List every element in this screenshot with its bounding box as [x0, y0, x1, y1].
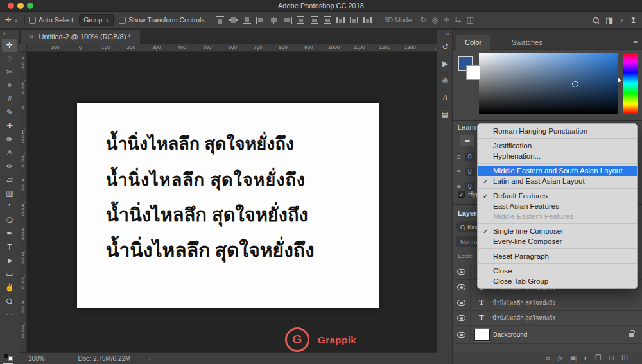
- align-vertical-centers-icon[interactable]: [229, 16, 238, 24]
- menu-item-hyphenation[interactable]: ✓ Hyphenation...: [478, 151, 637, 161]
- hand-tool[interactable]: ✌: [2, 281, 17, 295]
- menu-item-middle-eastern-south-asian-layout[interactable]: ✓ Middle Eastern and South Asian Layout: [478, 166, 637, 176]
- layer-mask-icon[interactable]: ▣: [570, 354, 577, 362]
- menu-item-roman-hanging-punctuation[interactable]: ✓ Roman Hanging Punctuation: [478, 126, 637, 136]
- indent-right-field[interactable]: ≡ 0: [457, 168, 475, 176]
- move-tool[interactable]: ✛: [2, 39, 17, 52]
- pen-tool[interactable]: ✒: [2, 227, 17, 241]
- gradient-tool[interactable]: ▥: [2, 187, 17, 200]
- clone-source-panel-icon[interactable]: ⊛: [437, 72, 453, 89]
- new-group-icon[interactable]: ❒: [595, 354, 602, 362]
- status-chevron-icon[interactable]: ›: [148, 355, 150, 362]
- tab-swatches[interactable]: Swatches: [503, 35, 551, 50]
- default-colors-icon[interactable]: [4, 354, 13, 361]
- delete-layer-icon[interactable]: Ш: [621, 354, 628, 361]
- auto-select-checkbox[interactable]: [29, 17, 36, 24]
- 3d-slide-icon[interactable]: ⇆: [455, 15, 462, 24]
- layer-row[interactable]: T Background: [453, 326, 642, 344]
- shape-tool[interactable]: ▭: [2, 268, 17, 281]
- eraser-tool[interactable]: ▱: [2, 173, 17, 187]
- 3d-roll-icon[interactable]: ◎: [431, 15, 438, 24]
- toolbar-collapse-icon[interactable]: »: [3, 30, 6, 37]
- menu-item-east-asian-features[interactable]: ✓ East Asian Features: [478, 201, 637, 211]
- search-icon[interactable]: Ϙ: [590, 14, 601, 26]
- hue-slider[interactable]: [623, 53, 638, 114]
- new-layer-icon[interactable]: ⊡: [609, 354, 614, 362]
- adjustment-layer-icon[interactable]: ◐: [584, 354, 588, 361]
- link-layers-icon[interactable]: ∞: [546, 354, 551, 361]
- window-maximize-button[interactable]: [27, 3, 33, 9]
- visibility-toggle[interactable]: [453, 326, 471, 343]
- menu-item-latin-east-asian-layout[interactable]: ✓ Latin and East Asian Layout: [478, 176, 637, 186]
- edit-toolbar-ellipsis[interactable]: ⋯: [2, 308, 17, 322]
- align-top-edges-icon[interactable]: [215, 16, 225, 24]
- menu-item-close-tab-group[interactable]: ✓ Close Tab Group: [478, 276, 637, 286]
- distribute-left-edges-icon[interactable]: [336, 16, 346, 24]
- align-bottom-edges-icon[interactable]: [242, 16, 252, 24]
- background-color-swatch[interactable]: [466, 65, 480, 80]
- align-horizontal-centers-icon[interactable]: [269, 16, 279, 24]
- saturation-brightness-field[interactable]: [479, 53, 618, 114]
- actions-panel-icon[interactable]: ▶: [437, 55, 453, 72]
- share-icon[interactable]: ↥: [630, 15, 637, 25]
- menu-item-every-line-composer[interactable]: ✓ Every-line Composer: [478, 236, 637, 247]
- tab-color[interactable]: Color: [456, 35, 490, 50]
- glyphs-panel-icon[interactable]: A: [437, 89, 453, 105]
- color-picker-ring[interactable]: [572, 81, 578, 87]
- crop-tool[interactable]: #: [2, 92, 17, 106]
- show-transform-checkbox[interactable]: [119, 17, 126, 24]
- visibility-toggle[interactable]: [453, 295, 471, 310]
- menu-item-reset-paragraph[interactable]: ✓ Reset Paragraph: [478, 251, 637, 261]
- indent-first-line-field[interactable]: ≡ 0: [457, 182, 475, 191]
- type-tool[interactable]: T: [2, 241, 17, 254]
- chevron-down-icon[interactable]: ∨: [14, 17, 18, 23]
- menu-item-close[interactable]: ✓ Close: [478, 266, 637, 276]
- brush-tool[interactable]: ✏: [2, 133, 17, 146]
- align-right-edges-icon[interactable]: [282, 16, 292, 24]
- hue-pointer-icon[interactable]: [618, 78, 621, 83]
- indent-left-field[interactable]: ≡ 0: [457, 153, 475, 161]
- lasso-tool[interactable]: ✄: [2, 65, 17, 79]
- chevron-down-icon[interactable]: ∨: [620, 17, 623, 23]
- document-tab[interactable]: × Untitled-2 @ 100% (RGB/8) *: [21, 30, 140, 44]
- layer-row[interactable]: T น้ำนิ่งไหลลึก สุดใจหยั่งถึง: [453, 295, 642, 311]
- align-left-edges-icon[interactable]: [256, 16, 265, 24]
- dodge-tool[interactable]: ❍: [2, 214, 17, 227]
- visibility-toggle[interactable]: [453, 311, 471, 325]
- character-styles-panel-icon[interactable]: ▤: [437, 105, 453, 122]
- visibility-toggle[interactable]: [453, 264, 471, 279]
- window-minimize-button[interactable]: [17, 3, 24, 9]
- panel-menu-icon[interactable]: ≡: [634, 37, 637, 45]
- menu-item-single-line-composer[interactable]: ✓ Single-line Composer: [478, 226, 637, 236]
- menu-item-middle-eastern-features[interactable]: ✓ Middle Eastern Features: [478, 211, 637, 221]
- workspace-icon[interactable]: ◨: [605, 15, 613, 25]
- zoom-level-field[interactable]: 100%: [28, 355, 45, 362]
- distribute-bottom-edges-icon[interactable]: [323, 16, 333, 24]
- quick-selection-tool[interactable]: ✧: [2, 79, 17, 92]
- distribute-top-edges-icon[interactable]: [296, 16, 306, 24]
- 3d-orbit-icon[interactable]: ↻: [420, 15, 426, 24]
- paragraph-align-left-button[interactable]: ≣: [460, 135, 474, 146]
- window-close-button[interactable]: [8, 3, 14, 9]
- artboard[interactable]: น้ำนิ่งไหลลึก สุดใจหยั่งถึงน้ำนิ่งไหลลึก…: [77, 103, 379, 308]
- auto-select-dropdown[interactable]: Group ∨: [79, 14, 114, 26]
- clone-stamp-tool[interactable]: ♙: [2, 146, 17, 160]
- 3d-pan-icon[interactable]: ✛: [444, 15, 450, 24]
- marquee-tool[interactable]: ◌: [2, 52, 17, 65]
- healing-brush-tool[interactable]: ✚: [2, 119, 17, 133]
- layer-row[interactable]: T น้ำนิ่งไหลลึก สุดใจหยั่งถึง: [453, 311, 642, 326]
- expand-panels-icon[interactable]: «: [446, 31, 449, 37]
- blur-tool[interactable]: ❜: [2, 200, 17, 214]
- tab-close-icon[interactable]: ×: [30, 33, 33, 40]
- hyphenate-checkbox[interactable]: ✓: [458, 191, 465, 198]
- visibility-toggle[interactable]: [453, 280, 471, 295]
- history-brush-tool[interactable]: ✑: [2, 160, 17, 173]
- distribute-horizontal-centers-icon[interactable]: [350, 16, 360, 24]
- path-selection-tool[interactable]: ➤: [2, 254, 17, 268]
- tab-learn[interactable]: Learn: [458, 123, 476, 131]
- zoom-tool[interactable]: Ϙ: [2, 295, 17, 308]
- menu-item-default-features[interactable]: ✓ Default Features: [478, 191, 637, 201]
- history-panel-icon[interactable]: ↺: [437, 39, 453, 55]
- distribute-right-edges-icon[interactable]: [363, 16, 373, 24]
- 3d-camera-icon[interactable]: ◫: [467, 15, 474, 24]
